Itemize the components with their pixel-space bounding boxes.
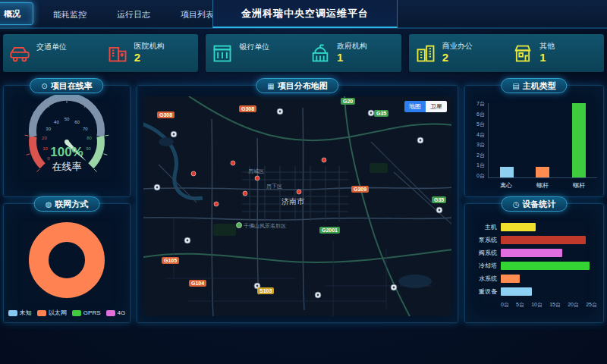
shop-icon xyxy=(512,42,533,64)
bar-screw-2 xyxy=(572,103,586,177)
chart-row-water: 水系统 xyxy=(470,272,597,285)
government-icon xyxy=(310,42,331,64)
svg-text:60: 60 xyxy=(74,120,80,124)
tab-run-log[interactable]: 运行日志 xyxy=(102,0,165,27)
legend-item-gprs[interactable]: GPRS xyxy=(72,309,101,317)
stat-label: 交通单位 xyxy=(36,42,67,52)
legend-swatch xyxy=(37,310,46,316)
bar-screw-1 xyxy=(536,167,549,177)
map-controls: 地图 卫星 xyxy=(404,101,447,112)
hbar xyxy=(501,287,532,296)
stat-hospital[interactable]: 医院机构 2 xyxy=(101,34,199,72)
device-stats-chart: 主机 泵系统 阀系统 冷却塔 水系统 重设备 0台 5台 10台 15台 2 xyxy=(470,221,597,318)
road-badge: G308 xyxy=(157,111,175,118)
svg-text:20: 20 xyxy=(42,136,47,140)
stat-value xyxy=(239,52,269,64)
stat-label: 医院机构 xyxy=(134,42,165,51)
panel-online-rate-header: ⊙项目在线率 xyxy=(30,78,103,93)
panel-online-rate: ⊙项目在线率 0 10 20 30 40 50 60 xyxy=(3,85,131,197)
chart-row-cooling-tower: 冷却塔 xyxy=(470,259,597,272)
map-label-city: 济南市 xyxy=(281,196,304,207)
hbar xyxy=(501,275,520,283)
legend-swatch xyxy=(8,310,17,316)
svg-text:80: 80 xyxy=(86,136,92,140)
road-badge: G2001 xyxy=(319,227,340,234)
panel-network-type-header: ◍联网方式 xyxy=(34,196,100,212)
platform-title: 金洲科瑞中央空调运维平台 xyxy=(212,0,398,28)
link-icon: ⊙ xyxy=(41,82,47,90)
stat-other[interactable]: 其他 1 xyxy=(506,34,604,72)
donut-ring-ethernet xyxy=(29,222,105,298)
legend-item-ethernet[interactable]: 以太网 xyxy=(37,309,67,317)
bar-centrifugal xyxy=(500,167,514,177)
map-label-district: 历下区 xyxy=(266,183,282,190)
legend-item-4g[interactable]: 4G xyxy=(106,309,126,317)
stat-label: 商业办公 xyxy=(442,42,473,51)
svg-text:40: 40 xyxy=(54,120,59,124)
panel-host-type-header: ▤主机类型 xyxy=(501,78,567,93)
stat-traffic[interactable]: 交通单位 xyxy=(3,34,101,72)
host-icon: ▤ xyxy=(512,82,519,90)
road-badge: G308 xyxy=(239,105,256,112)
top-nav: 概况 能耗监控 运行日志 项目列表 视频监控 金洲科瑞中央空调运维平台 xyxy=(0,0,607,29)
map-label-poi: 千佛山风景名胜区 xyxy=(244,222,286,230)
map-label-district: 历城区 xyxy=(248,168,264,175)
tab-overview[interactable]: 概况 xyxy=(0,2,33,25)
road-badge: G35 xyxy=(374,110,388,117)
road-badge: G105 xyxy=(162,257,179,264)
hbar xyxy=(501,223,536,231)
stat-card-3: 商业办公 2 其他 1 xyxy=(409,34,604,72)
satellite-mode-button[interactable]: 卫星 xyxy=(426,101,447,112)
x-axis: 0台 5台 10台 15台 20台 25台 xyxy=(501,301,597,309)
stat-bank[interactable]: 银行单位 xyxy=(206,34,304,72)
stat-label: 银行单位 xyxy=(239,42,269,52)
chart-row-pump: 泵系统 xyxy=(470,234,597,246)
network-donut-chart xyxy=(4,218,130,303)
panel-device-stats: ◷设备统计 主机 泵系统 阀系统 冷却塔 水系统 重设备 0台 5台 xyxy=(464,203,604,323)
svg-text:50: 50 xyxy=(64,117,70,121)
panel-device-stats-header: ◷设备统计 xyxy=(502,196,568,212)
online-rate-value: 100% xyxy=(4,145,130,160)
legend-swatch xyxy=(72,310,81,316)
plot-area xyxy=(488,103,597,178)
stat-value xyxy=(36,52,67,64)
legend-item-unknown[interactable]: 未知 xyxy=(8,309,32,317)
road-badge: G35 xyxy=(432,196,446,203)
stat-card-2: 银行单位 政府机构 1 xyxy=(206,34,401,72)
hbar xyxy=(501,262,590,270)
map-canvas[interactable]: 历城区 历下区 济南市 千佛山风景名胜区 G308 G308 G309 G20 … xyxy=(143,96,451,316)
y-axis: 7台 6台 5台 4台 3台 2台 1台 0台 xyxy=(470,101,485,178)
network-legend: 未知 以太网 GPRS 4G xyxy=(4,309,130,317)
stat-label: 政府机构 xyxy=(337,42,367,51)
road-badge: G20 xyxy=(341,98,355,105)
stats-icon: ◷ xyxy=(513,200,520,209)
panel-title: 项目分布地图 xyxy=(278,81,328,90)
stat-value: 2 xyxy=(442,51,473,64)
road-badge: G309 xyxy=(351,186,369,193)
hbar xyxy=(501,249,562,257)
stat-card-1: 交通单位 医院机构 2 xyxy=(3,34,198,72)
panel-title: 主机类型 xyxy=(523,81,556,90)
road-badge: S103 xyxy=(257,287,274,294)
panel-host-type: ▤主机类型 7台 6台 5台 4台 3台 2台 1台 0台 离心 螺杆 螺杆 xyxy=(464,85,604,197)
stat-value: 1 xyxy=(539,51,555,64)
stat-cards-row: 交通单位 医院机构 2 xyxy=(3,34,604,72)
panel-title: 项目在线率 xyxy=(51,81,93,90)
tab-energy-monitor[interactable]: 能耗监控 xyxy=(38,0,102,27)
network-icon: ◍ xyxy=(46,200,52,209)
panel-project-map-header: ▦项目分布地图 xyxy=(256,78,338,93)
stat-value: 2 xyxy=(134,51,165,64)
map-mode-button[interactable]: 地图 xyxy=(404,101,426,112)
chart-row-valve: 阀系统 xyxy=(470,246,597,259)
chart-row-host: 主机 xyxy=(470,221,597,234)
office-icon xyxy=(415,42,436,64)
svg-text:30: 30 xyxy=(46,127,51,131)
stat-government[interactable]: 政府机构 1 xyxy=(304,34,401,72)
x-axis: 离心 螺杆 螺杆 xyxy=(488,181,597,192)
bank-icon xyxy=(212,42,233,64)
panel-title: 联网方式 xyxy=(55,199,88,209)
map-project-markers xyxy=(191,158,326,206)
map-icon: ▦ xyxy=(267,82,274,90)
legend-swatch xyxy=(106,310,115,316)
stat-office[interactable]: 商业办公 2 xyxy=(409,34,507,72)
